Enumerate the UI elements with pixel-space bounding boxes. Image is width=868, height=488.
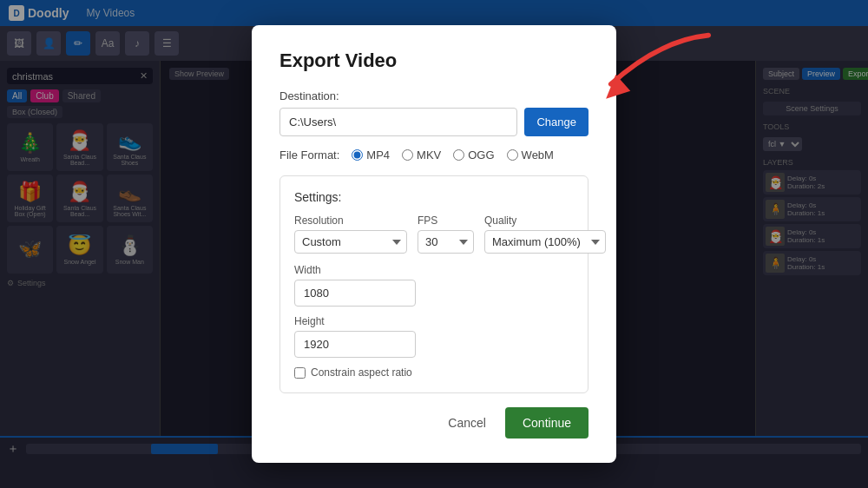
fps-col: FPS 24 30 60 (418, 214, 474, 254)
change-button[interactable]: Change (524, 108, 589, 136)
constrain-aspect-checkbox[interactable] (294, 367, 306, 379)
fps-select[interactable]: 24 30 60 (418, 230, 474, 254)
height-input[interactable] (294, 331, 416, 358)
format-webm-label[interactable]: WebM (507, 148, 554, 162)
format-mkv-text: MKV (417, 148, 441, 162)
settings-box: Settings: Resolution Custom 720p 1080p 4… (279, 175, 589, 393)
format-row: File Format: MP4 MKV OGG WebM (279, 148, 589, 162)
resolution-label: Resolution (294, 214, 407, 227)
destination-row: Change (279, 108, 589, 136)
settings-label: Settings: (294, 190, 574, 204)
resolution-select[interactable]: Custom 720p 1080p 4K (294, 230, 407, 254)
format-mp4-text: MP4 (366, 148, 390, 162)
constrain-aspect-label: Constrain aspect ratio (311, 366, 412, 379)
format-ogg-text: OGG (468, 148, 494, 162)
continue-button[interactable]: Continue (505, 407, 589, 439)
format-mkv-radio[interactable] (402, 149, 413, 161)
settings-main-row: Resolution Custom 720p 1080p 4K FPS 24 3… (294, 214, 574, 254)
format-ogg-radio[interactable] (453, 149, 464, 161)
format-ogg-label[interactable]: OGG (453, 148, 494, 162)
destination-label: Destination: (279, 89, 589, 102)
format-mkv-label[interactable]: MKV (402, 148, 441, 162)
quality-label: Quality (484, 214, 606, 227)
format-webm-text: WebM (522, 148, 554, 162)
width-field: Width (294, 264, 416, 307)
width-input[interactable] (294, 280, 416, 307)
quality-col: Quality Maximum (100%) High (75%) Medium… (484, 214, 606, 254)
format-webm-radio[interactable] (507, 149, 518, 161)
modal-title: Export Video (279, 49, 589, 72)
height-field: Height (294, 315, 416, 358)
cancel-button[interactable]: Cancel (437, 409, 496, 437)
aspect-ratio-row: Constrain aspect ratio (294, 366, 574, 379)
format-mp4-radio[interactable] (352, 149, 363, 161)
width-label: Width (294, 264, 416, 276)
format-mp4-label[interactable]: MP4 (352, 148, 390, 162)
fps-label: FPS (418, 214, 474, 227)
format-label: File Format: (279, 148, 339, 162)
destination-input[interactable] (279, 108, 517, 136)
modal-footer: Cancel Continue (279, 407, 589, 439)
quality-select[interactable]: Maximum (100%) High (75%) Medium (50%) L… (484, 230, 606, 254)
resolution-col: Resolution Custom 720p 1080p 4K (294, 214, 407, 254)
height-label: Height (294, 315, 416, 327)
modal-overlay: Export Video Destination: Change File Fo… (0, 0, 868, 488)
arrow-annotation (599, 30, 720, 109)
export-video-modal: Export Video Destination: Change File Fo… (252, 25, 616, 463)
